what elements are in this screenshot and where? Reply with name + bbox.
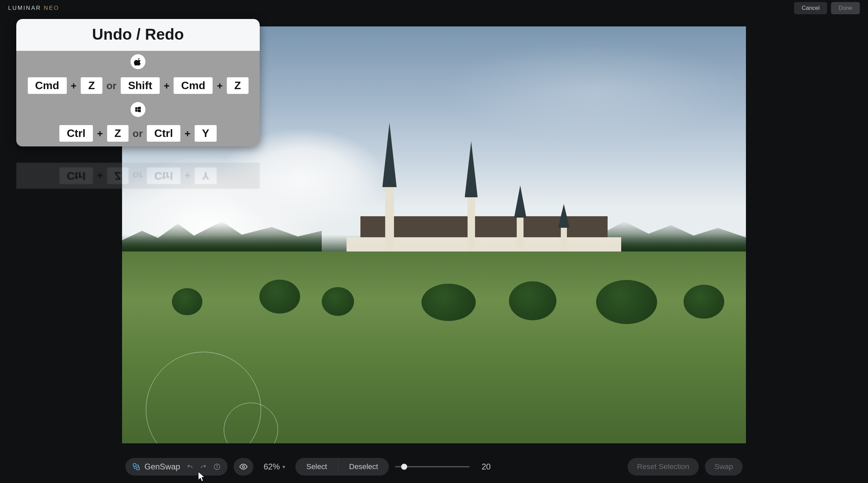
zoom-control[interactable]: 62% ▾ (259, 462, 289, 471)
key-z: Z (81, 77, 102, 94)
cursor-icon (198, 471, 206, 482)
eye-icon (239, 462, 248, 471)
undo-icon[interactable] (186, 463, 194, 470)
svg-point-5 (242, 466, 245, 468)
logo-main: LUMINAR (8, 5, 41, 11)
shortcut-reflection: Ctrl + Z or Ctrl + Y (16, 163, 260, 189)
bottom-toolbar: GenSwap 62% ▾ Select Deselect 20 Reset S… (125, 457, 743, 477)
swap-button[interactable]: Swap (705, 458, 743, 476)
brush-size-value: 20 (476, 462, 491, 471)
deselect-button[interactable]: Deselect (338, 458, 389, 476)
key-shift: Shift (121, 77, 160, 94)
brush-size-control: 20 (395, 462, 491, 471)
key-cmd: Cmd (28, 77, 67, 94)
slider-thumb[interactable] (401, 464, 407, 470)
svg-rect-1 (137, 467, 139, 470)
reset-selection-button[interactable]: Reset Selection (628, 458, 699, 476)
preview-toggle[interactable] (234, 458, 253, 476)
app-logo: LUMINAR NEO (8, 5, 59, 12)
cancel-button[interactable]: Cancel (794, 2, 827, 14)
svg-rect-0 (133, 464, 136, 466)
shortcut-overlay: Undo / Redo Cmd + Z or Shift + Cmd + Z C… (16, 19, 260, 146)
info-icon[interactable] (213, 463, 221, 470)
active-tool: GenSwap (132, 462, 180, 471)
key-cmd-2: Cmd (174, 77, 213, 94)
genswap-icon (132, 463, 140, 471)
mac-row-icon (16, 51, 260, 73)
key-ctrl-2: Ctrl (147, 125, 180, 142)
logo-sub: NEO (44, 5, 59, 11)
zoom-value: 62% (263, 462, 280, 471)
key-z-win: Z (107, 125, 129, 142)
done-button[interactable]: Done (831, 2, 860, 14)
chevron-down-icon: ▾ (282, 464, 285, 470)
top-bar: LUMINAR NEO Cancel Done (0, 0, 868, 16)
tool-pill: GenSwap (125, 458, 228, 476)
key-z-2: Z (227, 77, 249, 94)
windows-row-icon (16, 99, 260, 120)
selection-mode-segment: Select Deselect (295, 458, 389, 476)
windows-shortcut-row: Ctrl + Z or Ctrl + Y (16, 120, 260, 146)
svg-point-4 (217, 465, 217, 466)
windows-icon (131, 102, 145, 117)
apple-icon (131, 54, 145, 69)
key-ctrl: Ctrl (59, 125, 93, 142)
redo-icon[interactable] (200, 463, 207, 470)
top-actions: Cancel Done (794, 2, 860, 14)
brush-size-slider[interactable] (395, 466, 470, 467)
mac-shortcut-row: Cmd + Z or Shift + Cmd + Z (16, 73, 260, 99)
shortcut-title: Undo / Redo (16, 19, 260, 51)
tool-name-label: GenSwap (144, 462, 180, 471)
select-button[interactable]: Select (295, 458, 338, 476)
key-y: Y (195, 125, 217, 142)
